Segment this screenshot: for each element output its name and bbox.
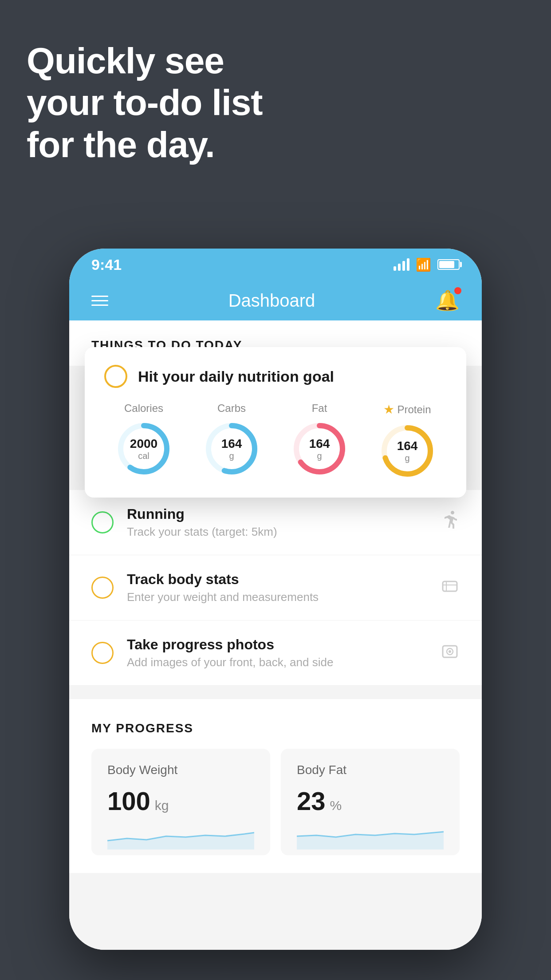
body-weight-unit: kg [155, 798, 169, 813]
progress-photos-icon [440, 641, 460, 665]
protein-label: Protein [397, 403, 431, 416]
nutrition-card: Hit your daily nutrition goal Calories 2… [85, 347, 466, 498]
status-time: 9:41 [91, 256, 122, 273]
body-weight-card[interactable]: Body Weight 100 kg [91, 749, 270, 855]
body-weight-label: Body Weight [107, 763, 254, 777]
nutrition-row: Calories 2000 cal Carbs [104, 402, 447, 480]
nutrition-carbs: Carbs 164 g [192, 402, 271, 480]
signal-icon [394, 258, 409, 271]
body-weight-sparkline [107, 823, 254, 850]
todo-item-body-stats[interactable]: Track body stats Enter your weight and m… [69, 555, 482, 620]
body-fat-number: 23 [297, 786, 326, 816]
nutrition-protein: ★ Protein 164 g [368, 402, 447, 480]
body-stats-subtitle: Enter your weight and measurements [127, 590, 427, 604]
carbs-unit: g [221, 450, 242, 460]
running-text: Running Track your stats (target: 5km) [127, 506, 427, 539]
svg-rect-8 [443, 581, 457, 591]
body-stats-text: Track body stats Enter your weight and m… [127, 571, 427, 604]
nutrition-fat: Fat 164 g [280, 402, 359, 480]
nutrition-calories: Calories 2000 cal [104, 402, 183, 480]
progress-photos-subtitle: Add images of your front, back, and side [127, 656, 427, 669]
notification-button[interactable]: 🔔 [435, 289, 460, 312]
headline-line1: Quickly see [27, 40, 263, 82]
running-circle [91, 511, 114, 533]
calories-label: Calories [124, 402, 163, 415]
carbs-value: 164 [221, 437, 242, 451]
status-bar: 9:41 📶 [69, 249, 482, 281]
progress-photos-circle [91, 642, 114, 664]
protein-value: 164 [397, 439, 418, 453]
calories-unit: cal [130, 450, 157, 460]
running-subtitle: Track your stats (target: 5km) [127, 525, 427, 539]
status-icons: 📶 [394, 257, 460, 272]
card-title-row: Hit your daily nutrition goal [104, 365, 447, 388]
body-stats-circle [91, 577, 114, 599]
todo-list: Running Track your stats (target: 5km) T… [69, 490, 482, 686]
running-title: Running [127, 506, 427, 522]
nav-title: Dashboard [228, 291, 315, 311]
app-content: THINGS TO DO TODAY Hit your daily nutrit… [69, 320, 482, 950]
wifi-icon: 📶 [416, 257, 431, 272]
body-fat-value-row: 23 % [297, 786, 444, 816]
headline-line3: for the day. [27, 124, 263, 166]
todo-item-progress-photos[interactable]: Take progress photos Add images of your … [69, 620, 482, 686]
fat-unit: g [309, 450, 330, 460]
body-fat-unit: % [330, 798, 342, 813]
body-stats-icon [440, 576, 460, 600]
menu-button[interactable] [91, 296, 108, 306]
progress-photos-title: Take progress photos [127, 636, 427, 653]
progress-photos-text: Take progress photos Add images of your … [127, 636, 427, 669]
calories-value: 2000 [130, 437, 157, 451]
todo-item-running[interactable]: Running Track your stats (target: 5km) [69, 490, 482, 555]
body-stats-title: Track body stats [127, 571, 427, 588]
protein-label-row: ★ Protein [383, 402, 431, 417]
carbs-label: Carbs [217, 402, 246, 415]
body-fat-card[interactable]: Body Fat 23 % [281, 749, 460, 855]
star-icon: ★ [383, 402, 394, 417]
body-fat-sparkline [297, 823, 444, 850]
progress-header: MY PROGRESS [91, 721, 460, 735]
fat-donut: 164 g [291, 420, 348, 478]
progress-cards: Body Weight 100 kg Body Fat [91, 749, 460, 855]
body-fat-label: Body Fat [297, 763, 444, 777]
fat-label: Fat [312, 402, 327, 415]
protein-donut: 164 g [378, 422, 436, 480]
notification-dot [454, 287, 461, 294]
body-weight-number: 100 [107, 786, 150, 816]
body-weight-value-row: 100 kg [107, 786, 254, 816]
headline-line2: your to-do list [27, 82, 263, 123]
running-icon [440, 511, 460, 534]
nutrition-circle-check[interactable] [104, 365, 127, 388]
progress-section: MY PROGRESS Body Weight 100 kg [69, 699, 482, 873]
phone-mockup: 9:41 📶 Dashboard 🔔 THINGS TO [69, 249, 482, 950]
calories-donut: 2000 cal [115, 420, 173, 478]
protein-unit: g [397, 453, 418, 462]
svg-point-13 [449, 650, 451, 653]
nav-bar: Dashboard 🔔 [69, 281, 482, 320]
carbs-donut: 164 g [203, 420, 260, 478]
battery-icon [437, 259, 460, 270]
headline: Quickly see your to-do list for the day. [27, 40, 263, 166]
nutrition-card-title: Hit your daily nutrition goal [138, 368, 334, 385]
fat-value: 164 [309, 437, 330, 451]
